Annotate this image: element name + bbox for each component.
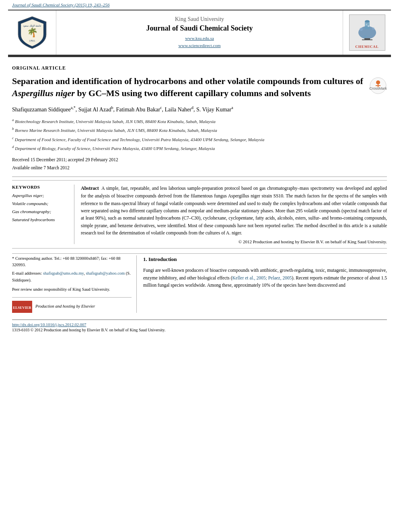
article-title: Separation and identification of hydroca… — [12, 75, 365, 99]
keyword-item: Saturated hydrocarbons — [12, 216, 70, 224]
ksu-shield-icon: 🌴 ١٣٧١ جامعة الملك سعود — [14, 14, 50, 51]
footer-copyright: 1319-6103 © 2012 Production and hosting … — [12, 328, 387, 332]
abstract-copyright: © 2012 Production and hosting by Elsevie… — [81, 239, 387, 244]
keywords-box: KEYWORDS Aspergillus niger;Volatile comp… — [12, 185, 74, 244]
svg-text:جامعة الملك سعود: جامعة الملك سعود — [23, 25, 41, 27]
svg-point-14 — [376, 80, 380, 84]
affiliation-item: b Borneo Marine Research Institute, Univ… — [12, 126, 387, 134]
journal-name: Journal of Saudi Chemical Society — [146, 24, 253, 33]
url2-link[interactable]: www.sciencedirect.com — [179, 42, 221, 49]
title-italic: Aspergillus niger — [12, 88, 75, 98]
svg-rect-12 — [362, 39, 372, 40]
abstract-keywords-row: KEYWORDS Aspergillus niger;Volatile comp… — [12, 180, 387, 249]
footnotes-col: * Corresponding author. Tel.: +60 88 320… — [12, 255, 137, 313]
author2: , Sujjat Al Azad — [76, 107, 111, 113]
author5: , S. Vijay Kumar — [193, 107, 231, 113]
email-line: E-mail addresses: shafiqpab@ums.edu.my, … — [12, 270, 132, 284]
svg-text:🌴: 🌴 — [27, 27, 38, 38]
svg-point-8 — [364, 35, 366, 38]
page: Journal of Saudi Chemical Society (2015)… — [0, 0, 399, 532]
crossmark-icon: CrossMark — [369, 77, 387, 94]
svg-point-5 — [365, 20, 370, 23]
title-part1: Separation and identification of hydroca… — [12, 76, 363, 86]
bottom-section: * Corresponding author. Tel.: +60 88 320… — [12, 253, 387, 313]
author1: Shafiquzzaman Siddiquee — [12, 107, 71, 113]
chemical-logo: CHEMICAL — [349, 14, 385, 51]
author1-sup: a,* — [71, 105, 76, 110]
svg-rect-11 — [364, 38, 370, 39]
divider1 — [12, 177, 387, 177]
keywords-list: Aspergillus niger;Volatile compounds;Gas… — [12, 192, 70, 224]
intro-body: Fungi are well-known producers of bioact… — [143, 268, 387, 288]
keyword-item: Gas chromatography; — [12, 208, 70, 216]
abstract-title: Abstract — [81, 185, 99, 191]
journal-logo-right: CHEMICAL — [343, 10, 391, 55]
doi-link[interactable]: http://dx.doi.org/10.1016/j.jscs.2012.02… — [12, 322, 86, 327]
keyword-item: Volatile compounds; — [12, 200, 70, 208]
url1-link[interactable]: www.ksu.edu.sa — [179, 35, 221, 42]
svg-point-10 — [366, 24, 367, 25]
title-row: Separation and identification of hydroca… — [12, 75, 387, 105]
intro-text: Fungi are well-known producers of bioact… — [143, 267, 387, 289]
svg-point-6 — [360, 28, 363, 31]
elsevier-logo-icon: ELSEVIER — [12, 301, 32, 313]
affiliations: a Biotechnology Research Institute, Univ… — [12, 117, 387, 152]
svg-point-7 — [372, 27, 374, 30]
svg-text:١٣٧١: ١٣٧١ — [29, 39, 35, 43]
email-label: E-mail addresses: — [12, 271, 42, 275]
affiliation-item: a Biotechnology Research Institute, Univ… — [12, 117, 387, 125]
abstract-text: Abstract A simple, fast, repeatable, and… — [81, 185, 387, 237]
corresponding-author: * Corresponding author. Tel.: +60 88 320… — [12, 255, 132, 269]
dates: Received 15 December 2011; accepted 29 F… — [12, 156, 387, 172]
intro-heading: 1. Introduction — [143, 255, 387, 264]
chemical-label: CHEMICAL — [355, 45, 379, 50]
ksu-logo-left: 🌴 ١٣٧١ جامعة الملك سعود — [8, 10, 56, 55]
keyword-item: Aspergillus niger; — [12, 192, 70, 200]
svg-point-9 — [368, 25, 369, 27]
introduction-col: 1. Introduction Fungi are well-known pro… — [143, 255, 387, 313]
email2-link[interactable]: shafiqpab@yahoo.com — [86, 271, 125, 275]
flask-icon — [353, 17, 381, 42]
elsevier-caption: Production and hosting by Elsevier — [35, 303, 95, 310]
article-type: ORIGINAL ARTICLE — [12, 65, 387, 71]
doi-footer: http://dx.doi.org/10.1016/j.jscs.2012.02… — [12, 319, 387, 332]
peer-review: Peer review under responsibility of King… — [12, 286, 132, 293]
keywords-title: KEYWORDS — [12, 185, 70, 189]
elsevier-logo: ELSEVIER — [12, 301, 32, 313]
header-urls: www.ksu.edu.sa www.sciencedirect.com — [179, 35, 221, 49]
received-date: Received 15 December 2011; accepted 29 F… — [12, 156, 387, 164]
affiliation-item: c Department of Food Science, Faculty of… — [12, 135, 387, 143]
author4: , Laila Naher — [162, 107, 191, 113]
university-name: King Saud University — [175, 16, 224, 23]
header-center: King Saud University Journal of Saudi Ch… — [56, 10, 343, 55]
crossmark-badge[interactable]: CrossMark — [369, 77, 387, 94]
svg-text:ELSEVIER: ELSEVIER — [13, 306, 31, 310]
authors-line: Shafiquzzaman Siddiqueea,*, Sujjat Al Az… — [12, 105, 387, 114]
main-content: ORIGINAL ARTICLE Separation and identifi… — [0, 57, 399, 340]
email1-link[interactable]: shafiqpab@ums.edu.my — [43, 271, 84, 275]
available-date: Available online 7 March 2012 — [12, 164, 387, 172]
elsevier-badge: ELSEVIER Production and hosting by Elsev… — [12, 297, 132, 313]
abstract-box: Abstract A simple, fast, repeatable, and… — [81, 185, 387, 244]
journal-link[interactable]: Journal of Saudi Chemical Society (2015)… — [0, 0, 399, 10]
header-banner: 🌴 ١٣٧١ جامعة الملك سعود King Saud Univer… — [8, 10, 391, 55]
author5-sup: a — [231, 105, 233, 110]
affiliation-item: d Department of Biology, Faculty of Scie… — [12, 144, 387, 152]
title-part2: by GC–MS using two different capillary c… — [75, 88, 311, 98]
abstract-body: A simple, fast, repeatable, and less lab… — [81, 186, 387, 235]
author3: , Fatimah Abu Bakar — [113, 107, 160, 113]
